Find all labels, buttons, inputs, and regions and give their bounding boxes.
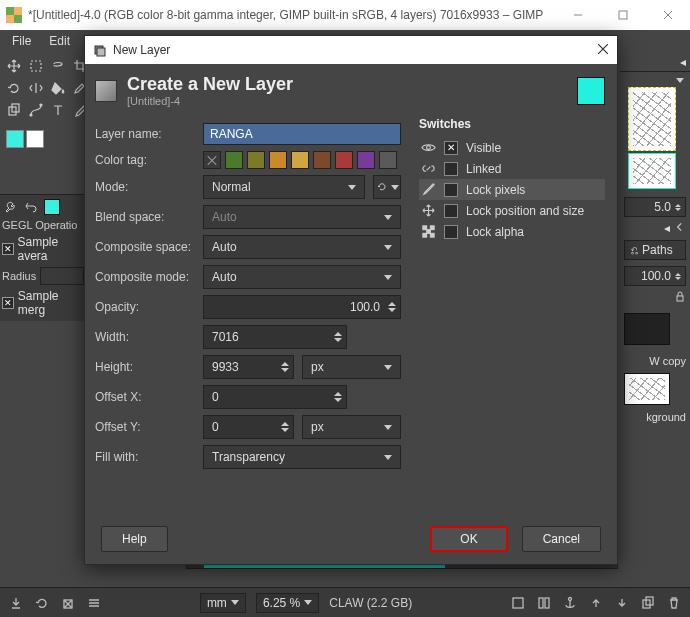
- move-tool-icon[interactable]: [4, 56, 24, 76]
- wrench-icon[interactable]: [4, 199, 20, 215]
- color-tag-6[interactable]: [335, 151, 353, 169]
- mode-combo[interactable]: Normal: [203, 175, 365, 199]
- fg-color-swatch[interactable]: [6, 130, 24, 148]
- right-spin-2[interactable]: 100.0: [624, 266, 686, 286]
- color-tag-4[interactable]: [291, 151, 309, 169]
- status-bar: mm 6.25 % CLAW (2.2 GB): [0, 587, 690, 617]
- flip-tool-icon[interactable]: [26, 78, 46, 98]
- bucket-tool-icon[interactable]: [48, 78, 68, 98]
- color-tag-3[interactable]: [269, 151, 287, 169]
- width-input[interactable]: 7016: [203, 325, 347, 349]
- color-tag-7[interactable]: [357, 151, 375, 169]
- help-button[interactable]: Help: [101, 526, 168, 552]
- lock-position-checkbox[interactable]: [444, 204, 458, 218]
- delete-icon[interactable]: [60, 595, 76, 611]
- toolbox: GEGL Operatio ✕Sample avera Radius ✕Samp…: [0, 52, 90, 321]
- layer-thumb-2[interactable]: [624, 373, 670, 405]
- visible-checkbox[interactable]: ✕: [444, 141, 458, 155]
- checker-icon: [421, 224, 436, 239]
- dialog-heading: Create a New Layer: [127, 74, 293, 95]
- zoom-selector[interactable]: 6.25 %: [256, 593, 319, 613]
- tab-paths[interactable]: ⎌Paths: [624, 240, 686, 260]
- blend-space-combo[interactable]: Auto: [203, 205, 401, 229]
- layer-thumb-1[interactable]: [624, 313, 670, 345]
- color-tag-2[interactable]: [247, 151, 265, 169]
- path-tool-icon[interactable]: [26, 100, 46, 120]
- mode-reset-button[interactable]: [373, 175, 401, 199]
- close-window-button[interactable]: [645, 0, 690, 30]
- rotate-tool-icon[interactable]: [4, 78, 24, 98]
- sample-average-checkbox[interactable]: ✕: [2, 243, 14, 255]
- fill-with-label: Fill with:: [95, 450, 195, 464]
- tab-left-icon[interactable]: [674, 221, 686, 236]
- dialog-subheading: [Untitled]-4: [127, 95, 293, 107]
- opacity-input[interactable]: 100.0: [203, 295, 401, 319]
- offset-unit-combo[interactable]: px: [302, 415, 401, 439]
- sample-merged-checkbox[interactable]: ✕: [2, 297, 14, 309]
- offset-y-input[interactable]: 0: [203, 415, 294, 439]
- size-unit-combo[interactable]: px: [302, 355, 401, 379]
- lasso-tool-icon[interactable]: [48, 56, 68, 76]
- composite-mode-combo[interactable]: Auto: [203, 265, 401, 289]
- radius-input[interactable]: [40, 267, 84, 285]
- color-tag-none[interactable]: [203, 151, 221, 169]
- composite-space-combo[interactable]: Auto: [203, 235, 401, 259]
- chevron-down-icon: [384, 425, 392, 430]
- maximize-button[interactable]: [600, 0, 645, 30]
- menu-icon[interactable]: [86, 595, 102, 611]
- menu-edit[interactable]: Edit: [41, 32, 78, 50]
- height-input[interactable]: 9933: [203, 355, 294, 379]
- layer-label-1: W copy: [620, 351, 690, 371]
- gimp-logo-icon: [6, 7, 22, 23]
- color-tag-5[interactable]: [313, 151, 331, 169]
- window-title: *[Untitled]-4.0 (RGB color 8-bit gamma i…: [28, 8, 555, 22]
- memory-status: CLAW (2.2 GB): [329, 596, 412, 610]
- width-label: Width:: [95, 330, 195, 344]
- dialog-close-button[interactable]: [597, 43, 609, 58]
- right-spin-1[interactable]: 5.0: [624, 197, 686, 217]
- reset-icon[interactable]: [34, 595, 50, 611]
- chevron-down-icon: [384, 455, 392, 460]
- lock-pixels-label: Lock pixels: [466, 183, 525, 197]
- clone-tool-icon[interactable]: [4, 100, 24, 120]
- download-icon[interactable]: [8, 595, 24, 611]
- layer-stack-icon: [95, 80, 117, 102]
- menu-file[interactable]: File: [4, 32, 39, 50]
- navigation-thumbnail[interactable]: [628, 87, 676, 151]
- chevron-down-icon: [348, 185, 356, 190]
- color-tag-8[interactable]: [379, 151, 397, 169]
- menu-chevron-icon[interactable]: ◂: [664, 221, 670, 236]
- tool-options-panel: GEGL Operatio ✕Sample avera Radius ✕Samp…: [0, 194, 90, 321]
- status-icon-2[interactable]: [536, 595, 552, 611]
- svg-rect-6: [677, 296, 683, 301]
- up-icon[interactable]: [588, 595, 604, 611]
- status-icon-1[interactable]: [510, 595, 526, 611]
- fill-with-combo[interactable]: Transparency: [203, 445, 401, 469]
- dock-menu-icon[interactable]: ◂: [680, 55, 686, 69]
- rect-select-tool-icon[interactable]: [26, 56, 46, 76]
- lock-pixels-checkbox[interactable]: [444, 183, 458, 197]
- linked-checkbox[interactable]: [444, 162, 458, 176]
- navigation-thumbnail-2[interactable]: [628, 153, 676, 189]
- dialog-icon: [93, 43, 107, 57]
- anchor-icon[interactable]: [562, 595, 578, 611]
- svg-rect-1: [31, 61, 41, 71]
- trash-icon[interactable]: [666, 595, 682, 611]
- offset-x-input[interactable]: 0: [203, 385, 347, 409]
- ok-button[interactable]: OK: [430, 526, 507, 552]
- minimize-button[interactable]: [555, 0, 600, 30]
- text-tool-icon[interactable]: [48, 100, 68, 120]
- down-icon[interactable]: [614, 595, 630, 611]
- chevron-down-icon[interactable]: [676, 78, 684, 83]
- color-tag-1[interactable]: [225, 151, 243, 169]
- color-tab-icon[interactable]: [44, 199, 60, 215]
- layer-name-input[interactable]: RANGA: [203, 123, 401, 145]
- bg-color-swatch[interactable]: [26, 130, 44, 148]
- dup-icon[interactable]: [640, 595, 656, 611]
- move-arrows-icon: [421, 203, 436, 218]
- lock-icon[interactable]: [674, 290, 686, 305]
- cancel-button[interactable]: Cancel: [522, 526, 601, 552]
- undo-history-icon[interactable]: [24, 199, 40, 215]
- lock-alpha-checkbox[interactable]: [444, 225, 458, 239]
- unit-selector[interactable]: mm: [200, 593, 246, 613]
